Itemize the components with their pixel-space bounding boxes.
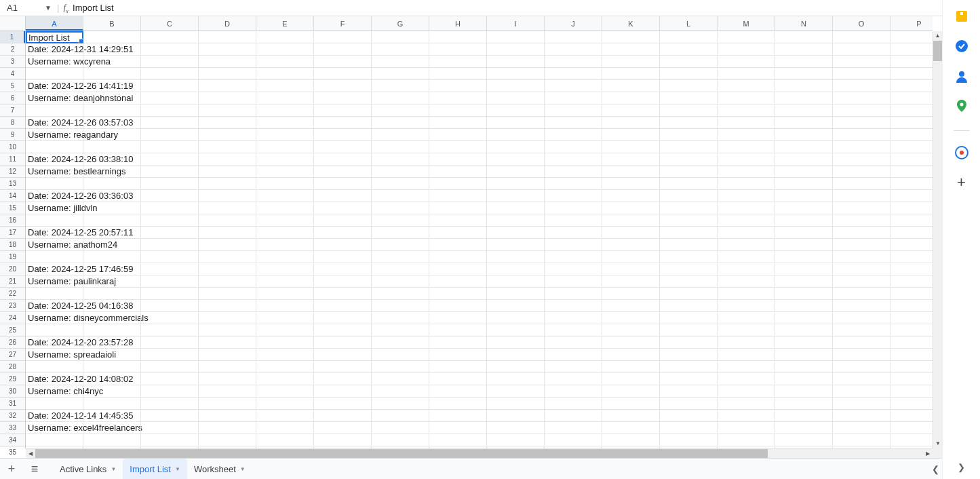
cell-P5[interactable] — [890, 80, 933, 92]
row-header-2[interactable]: 2 — [0, 43, 25, 56]
cell-F13[interactable] — [314, 178, 372, 190]
cell-A14[interactable]: Date: 2024-12-26 03:36:03 — [26, 190, 83, 202]
cell-F25[interactable] — [314, 324, 372, 337]
cell-L15[interactable] — [660, 202, 718, 214]
cell-B4[interactable] — [83, 68, 141, 80]
cell-O15[interactable] — [833, 202, 890, 214]
cell-C32[interactable] — [141, 410, 199, 422]
cell-G2[interactable] — [372, 43, 429, 56]
cell-O4[interactable] — [833, 68, 890, 80]
cell-E11[interactable] — [256, 153, 314, 166]
cell-F31[interactable] — [314, 398, 372, 410]
column-header-M[interactable]: M — [718, 16, 775, 31]
cell-O14[interactable] — [833, 190, 890, 202]
cell-E9[interactable] — [256, 129, 314, 141]
cell-N25[interactable] — [775, 324, 833, 337]
cell-O10[interactable] — [833, 141, 890, 153]
cell-F22[interactable] — [314, 288, 372, 300]
cell-D17[interactable] — [199, 227, 256, 239]
cell-P7[interactable] — [890, 104, 933, 117]
cell-I33[interactable] — [487, 422, 545, 434]
cell-A11[interactable]: Date: 2024-12-26 03:38:10 — [26, 153, 83, 166]
row-header-4[interactable]: 4 — [0, 68, 25, 80]
cell-O7[interactable] — [833, 104, 890, 117]
cell-I32[interactable] — [487, 410, 545, 422]
cell-B7[interactable] — [83, 104, 141, 117]
cell-P19[interactable] — [890, 251, 933, 263]
cell-N28[interactable] — [775, 361, 833, 373]
cell-M20[interactable] — [718, 263, 775, 275]
column-header-O[interactable]: O — [833, 16, 890, 31]
sheet-tab-worksheet[interactable]: Worksheet▼ — [187, 459, 252, 480]
chevron-down-icon[interactable]: ▼ — [111, 466, 116, 472]
cell-M1[interactable] — [718, 31, 775, 43]
cell-O8[interactable] — [833, 117, 890, 129]
cell-B34[interactable] — [83, 434, 141, 446]
cell-G22[interactable] — [372, 288, 429, 300]
cell-F23[interactable] — [314, 300, 372, 312]
cell-D2[interactable] — [199, 43, 256, 56]
cell-A7[interactable] — [26, 104, 83, 117]
cell-K12[interactable] — [602, 166, 660, 178]
cell-G33[interactable] — [372, 422, 429, 434]
cell-D11[interactable] — [199, 153, 256, 166]
name-box[interactable]: A1 — [3, 3, 43, 13]
cell-F30[interactable] — [314, 385, 372, 398]
cell-M6[interactable] — [718, 92, 775, 104]
cell-P2[interactable] — [890, 43, 933, 56]
cell-C6[interactable] — [141, 92, 199, 104]
cell-E34[interactable] — [256, 434, 314, 446]
cell-B2[interactable] — [83, 43, 141, 56]
cell-K27[interactable] — [602, 349, 660, 361]
cell-N21[interactable] — [775, 275, 833, 288]
row-header-1[interactable]: 1 — [0, 31, 25, 43]
cell-K16[interactable] — [602, 214, 660, 227]
cell-J21[interactable] — [545, 275, 602, 288]
cell-N13[interactable] — [775, 178, 833, 190]
cell-J19[interactable] — [545, 251, 602, 263]
cell-B14[interactable] — [83, 190, 141, 202]
cell-K11[interactable] — [602, 153, 660, 166]
cell-M8[interactable] — [718, 117, 775, 129]
cell-B13[interactable] — [83, 178, 141, 190]
keep-icon[interactable] — [954, 8, 970, 24]
cell-O19[interactable] — [833, 251, 890, 263]
column-header-D[interactable]: D — [199, 16, 256, 31]
cell-K9[interactable] — [602, 129, 660, 141]
cell-N5[interactable] — [775, 80, 833, 92]
cell-H24[interactable] — [429, 312, 487, 324]
cell-K26[interactable] — [602, 337, 660, 349]
cell-N20[interactable] — [775, 263, 833, 275]
cell-D19[interactable] — [199, 251, 256, 263]
cell-M4[interactable] — [718, 68, 775, 80]
cell-I5[interactable] — [487, 80, 545, 92]
addon-circle-icon[interactable] — [954, 145, 970, 161]
cell-G27[interactable] — [372, 349, 429, 361]
cell-I30[interactable] — [487, 385, 545, 398]
cell-E16[interactable] — [256, 214, 314, 227]
cell-B15[interactable] — [83, 202, 141, 214]
cell-L10[interactable] — [660, 141, 718, 153]
cell-E7[interactable] — [256, 104, 314, 117]
cell-D31[interactable] — [199, 398, 256, 410]
cell-O2[interactable] — [833, 43, 890, 56]
cell-I20[interactable] — [487, 263, 545, 275]
cell-D34[interactable] — [199, 434, 256, 446]
cell-H12[interactable] — [429, 166, 487, 178]
cell-G24[interactable] — [372, 312, 429, 324]
cell-K24[interactable] — [602, 312, 660, 324]
cell-D15[interactable] — [199, 202, 256, 214]
cell-C8[interactable] — [141, 117, 199, 129]
cell-G7[interactable] — [372, 104, 429, 117]
cell-O3[interactable] — [833, 56, 890, 68]
cell-G34[interactable] — [372, 434, 429, 446]
cell-I6[interactable] — [487, 92, 545, 104]
cell-G14[interactable] — [372, 190, 429, 202]
cell-F7[interactable] — [314, 104, 372, 117]
cell-P16[interactable] — [890, 214, 933, 227]
row-header-19[interactable]: 19 — [0, 251, 25, 263]
cell-L2[interactable] — [660, 43, 718, 56]
cell-O11[interactable] — [833, 153, 890, 166]
cell-A21[interactable]: Username: paulinkaraj — [26, 275, 83, 288]
cell-D21[interactable] — [199, 275, 256, 288]
